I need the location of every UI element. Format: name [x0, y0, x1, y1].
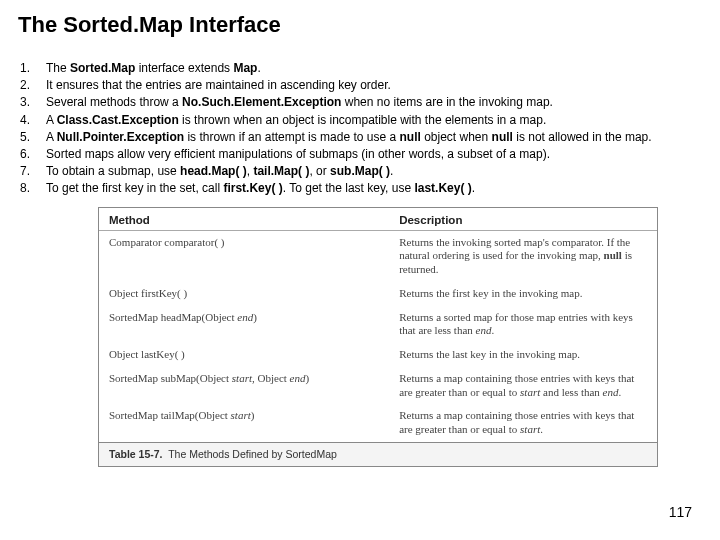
list-item: To obtain a submap, use head.Map( ), tai… — [20, 163, 702, 179]
list-item: A Class.Cast.Exception is thrown when an… — [20, 112, 702, 128]
list-item: The Sorted.Map interface extends Map. — [20, 60, 702, 76]
method-cell: Object firstKey( ) — [99, 282, 389, 306]
description-cell: Returns a map containing those entries w… — [389, 367, 657, 405]
col-description: Description — [389, 208, 657, 231]
table-row: Object firstKey( )Returns the first key … — [99, 282, 657, 306]
table-row: Object lastKey( )Returns the last key in… — [99, 343, 657, 367]
description-cell: Returns a map containing those entries w… — [389, 404, 657, 442]
method-cell: SortedMap tailMap(Object start) — [99, 404, 389, 442]
table-body: Comparator comparator( )Returns the invo… — [99, 230, 657, 466]
page-title: The Sorted.Map Interface — [18, 12, 702, 38]
methods-table-wrap: Method Description Comparator comparator… — [98, 207, 658, 467]
list-item: Several methods throw a No.Such.Element.… — [20, 94, 702, 110]
page-number: 117 — [669, 504, 692, 520]
description-cell: Returns the last key in the invoking map… — [389, 343, 657, 367]
method-cell: SortedMap headMap(Object end) — [99, 306, 389, 344]
description-cell: Returns the first key in the invoking ma… — [389, 282, 657, 306]
col-method: Method — [99, 208, 389, 231]
table-row: SortedMap subMap(Object start, Object en… — [99, 367, 657, 405]
description-cell: Returns the invoking sorted map's compar… — [389, 230, 657, 282]
method-cell: Object lastKey( ) — [99, 343, 389, 367]
list-item: To get the first key in the set, call fi… — [20, 180, 702, 196]
table-caption: Table 15-7. The Methods Defined by Sorte… — [99, 442, 657, 466]
method-cell: SortedMap subMap(Object start, Object en… — [99, 367, 389, 405]
table-row: SortedMap tailMap(Object start)Returns a… — [99, 404, 657, 442]
list-item: It ensures that the entries are maintain… — [20, 77, 702, 93]
bullet-list: The Sorted.Map interface extends Map.It … — [20, 60, 702, 197]
table-row: SortedMap headMap(Object end)Returns a s… — [99, 306, 657, 344]
table-row: Comparator comparator( )Returns the invo… — [99, 230, 657, 282]
method-cell: Comparator comparator( ) — [99, 230, 389, 282]
list-item: Sorted maps allow very efficient manipul… — [20, 146, 702, 162]
methods-table: Method Description Comparator comparator… — [99, 208, 657, 466]
description-cell: Returns a sorted map for those map entri… — [389, 306, 657, 344]
list-item: A Null.Pointer.Exception is thrown if an… — [20, 129, 702, 145]
